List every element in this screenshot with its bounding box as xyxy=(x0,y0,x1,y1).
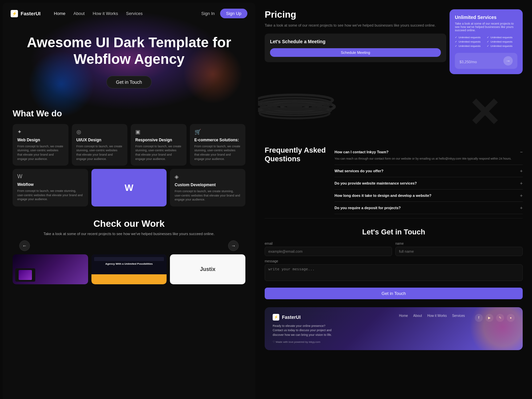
faq-icon-1 xyxy=(520,149,523,155)
services-grid-top: ✦ Web Design From concept to launch, we … xyxy=(13,124,245,166)
what-we-do-section: What We do ✦ Web Design From concept to … xyxy=(3,102,255,213)
faq-item-4[interactable]: How long does it take to design and deve… xyxy=(334,190,523,202)
name-input[interactable] xyxy=(395,247,523,256)
social-edit[interactable]: ✎ xyxy=(496,314,504,322)
custom-dev-title: Custom Development xyxy=(175,183,241,187)
faq-item-2[interactable]: What services do you offer? xyxy=(334,165,523,177)
name-label: name xyxy=(395,242,523,245)
faq-item-5[interactable]: Do you require a deposit for projects? xyxy=(334,202,523,214)
service-card-ecommerce: 🛒 E-commerce Solutions: From concept to … xyxy=(190,124,246,166)
faq-question-4: How long does it take to design and deve… xyxy=(334,194,432,198)
responsive-desc: From concept to launch, we create stunni… xyxy=(135,144,182,161)
logo-text: FasterUI xyxy=(21,11,41,16)
contact-heading: Let's Get in Touch xyxy=(265,228,523,236)
nav-home[interactable]: Home xyxy=(54,11,66,16)
pricing-section: Pricing Take a look at some of our recen… xyxy=(258,3,529,74)
agency-thumb-text: Agency With a Unlimited Possibilities xyxy=(94,262,164,265)
faq-items: How can I contact Inkyy Team? You can re… xyxy=(334,146,523,214)
hero-cta-button[interactable]: Get in Touch xyxy=(106,76,152,88)
service-card-ui-ux: ◎ UI/UX Design From concept to launch, w… xyxy=(72,124,128,166)
faq-question-1: How can I contact Inkyy Team? xyxy=(334,150,388,154)
footer-card: ⚡ FasterUI Ready to elevate your online … xyxy=(265,307,523,350)
signin-button[interactable]: Sign In xyxy=(201,11,214,16)
left-panel: ⚡ FasterUI Home About How it Works Servi… xyxy=(3,3,255,399)
nav-services[interactable]: Services xyxy=(126,11,143,16)
footer-nav-how[interactable]: How it Works xyxy=(427,314,447,318)
faq-item-5-header[interactable]: Do you require a deposit for projects? xyxy=(334,205,523,210)
faq-section: Frequently Asked Questions How can I con… xyxy=(258,146,529,214)
webflow-desc: From concept to launch, we create stunni… xyxy=(17,189,83,201)
price-value: $3,250 xyxy=(460,60,471,64)
ecommerce-title: E-commerce Solutions: xyxy=(195,138,241,142)
message-textarea[interactable] xyxy=(265,264,523,281)
faq-icon-5 xyxy=(520,205,523,210)
faq-question-5: Do you require a deposit for projects? xyxy=(334,206,401,210)
prev-work-button[interactable]: ← xyxy=(19,240,30,251)
custom-dev-icon: ◈ xyxy=(175,174,241,180)
faq-item-1[interactable]: How can I contact Inkyy Team? You can re… xyxy=(334,146,523,165)
schedule-card: Let's Schedule a Meeting Schedule Meetin… xyxy=(265,34,446,62)
message-field: message xyxy=(265,259,523,282)
feature-6: Unlimited requests xyxy=(487,45,517,48)
faq-heading: Frequently Asked Questions xyxy=(265,146,331,164)
social-other[interactable]: ● xyxy=(507,314,515,322)
footer-left: ⚡ FasterUI Ready to elevate your online … xyxy=(273,314,392,344)
faq-icon-4 xyxy=(520,193,523,198)
work-thumb-2[interactable]: Agency With a Unlimited Possibilities xyxy=(91,254,167,284)
web-design-title: Web Design xyxy=(17,138,64,142)
price-period: /mo xyxy=(471,60,477,64)
service-card-webflow: W Webflow From concept to launch, we cre… xyxy=(13,169,88,206)
pricing-arrow-button[interactable]: → xyxy=(503,56,513,66)
email-input[interactable] xyxy=(265,247,392,256)
footer-love: ♡ Made with love powered by inkyy.com xyxy=(273,340,392,343)
footer-nav: Home About How it Works Services xyxy=(399,314,465,322)
nav-about[interactable]: About xyxy=(73,11,85,16)
pricing-plan-card: Unlimited Services Take a look at some o… xyxy=(450,9,523,74)
work-nav: ← → xyxy=(13,240,245,251)
right-panel: Pricing Take a look at some of our recen… xyxy=(258,0,532,399)
schedule-meeting-button[interactable]: Schedule Meeting xyxy=(270,48,441,57)
contact-form: email name message Get in Touch xyxy=(265,242,523,299)
web-design-icon: ✦ xyxy=(17,129,64,135)
footer-nav-about[interactable]: About xyxy=(413,314,422,318)
service-card-responsive: ▣ Responsive Design From concept to laun… xyxy=(131,124,187,166)
work-thumb-1[interactable] xyxy=(13,254,88,284)
footer-logo-icon: ⚡ xyxy=(273,314,279,321)
web-design-desc: From concept to launch, we create stunni… xyxy=(17,144,64,161)
faq-item-2-header[interactable]: What services do you offer? xyxy=(334,168,523,174)
check-work-desc: Take a look at some of our recent projec… xyxy=(13,232,245,236)
service-card-custom-dev: ◈ Custom Development From concept to lau… xyxy=(170,169,245,206)
pricing-price-row: $3,250/mo → xyxy=(455,53,517,69)
feature-1: Unlimited requests xyxy=(455,36,485,39)
responsive-icon: ▣ xyxy=(135,129,182,135)
social-facebook[interactable]: f xyxy=(475,314,483,322)
signup-button[interactable]: Sign Up xyxy=(220,9,247,18)
faq-question-3: Do you provide website maintenance servi… xyxy=(334,181,417,185)
contact-submit-button[interactable]: Get in Touch xyxy=(265,288,523,299)
feature-2: Unlimited requests xyxy=(487,36,517,39)
schedule-heading: Let's Schedule a Meeting xyxy=(270,39,441,44)
webflow-logo: W xyxy=(125,183,133,193)
footer-nav-services[interactable]: Services xyxy=(452,314,465,318)
faq-item-1-header[interactable]: How can I contact Inkyy Team? xyxy=(334,149,523,155)
work-thumb-3[interactable]: Justix xyxy=(170,254,245,284)
footer-nav-home[interactable]: Home xyxy=(399,314,408,318)
nav-how-it-works[interactable]: How it Works xyxy=(93,11,118,16)
navbar: ⚡ FasterUI Home About How it Works Servi… xyxy=(3,3,255,24)
faq-icon-2 xyxy=(520,168,523,174)
social-youtube[interactable]: ▶ xyxy=(485,314,493,322)
footer-logo: ⚡ FasterUI xyxy=(273,314,392,321)
faq-item-3[interactable]: Do you provide website maintenance servi… xyxy=(334,177,523,190)
what-we-do-heading: What We do xyxy=(13,108,245,119)
justix-text: Justix xyxy=(200,266,215,272)
ui-ux-desc: From concept to launch, we create stunni… xyxy=(76,144,123,161)
faq-question-2: What services do you offer? xyxy=(334,169,383,173)
faq-item-4-header[interactable]: How long does it take to design and deve… xyxy=(334,193,523,198)
footer-description: Ready to elevate your online presence? C… xyxy=(273,324,332,337)
next-work-button[interactable]: → xyxy=(228,240,239,251)
plan-price: $3,250/mo xyxy=(460,57,477,65)
pricing-description: Take a look at some of our recent projec… xyxy=(265,23,446,28)
webflow-logo-card: W xyxy=(91,169,167,206)
email-field: email xyxy=(265,242,392,256)
faq-item-3-header[interactable]: Do you provide website maintenance servi… xyxy=(334,181,523,186)
